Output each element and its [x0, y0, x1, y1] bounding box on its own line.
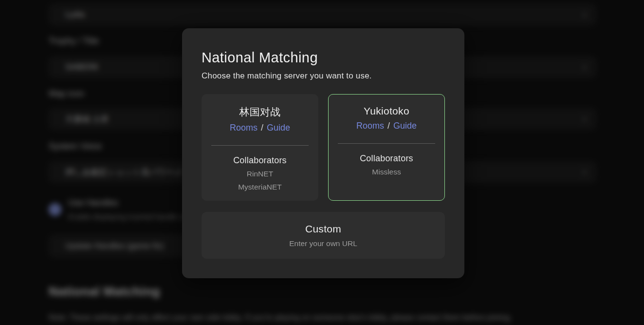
- card-divider: [211, 145, 309, 146]
- card-divider: [338, 143, 435, 144]
- link-separator: /: [260, 123, 264, 133]
- server-links: Rooms / Guide: [202, 123, 318, 133]
- link-separator: /: [386, 121, 391, 131]
- rooms-link[interactable]: Rooms: [356, 121, 384, 131]
- collaborators-label: Collaborators: [329, 153, 444, 164]
- server-name: 林国对战: [202, 105, 318, 119]
- custom-card-title: Custom: [305, 223, 341, 235]
- rooms-link[interactable]: Rooms: [230, 123, 258, 133]
- custom-server-card[interactable]: Custom Enter your own URL: [202, 212, 445, 259]
- app-window: Lydia › Trophy / Title SABER8 › Map icon…: [0, 0, 644, 325]
- guide-link[interactable]: Guide: [267, 123, 290, 133]
- custom-card-subtitle: Enter your own URL: [289, 239, 357, 248]
- server-card-yukiotoko-selected[interactable]: Yukiotoko Rooms / Guide Collaborators Mi…: [328, 94, 445, 201]
- server-cards: 林国对战 Rooms / Guide Collaborators RinNET …: [202, 94, 445, 201]
- server-card-linguo[interactable]: 林国对战 Rooms / Guide Collaborators RinNET …: [202, 94, 318, 201]
- collaborator-name: Missless: [329, 167, 444, 177]
- modal-title: National Matching: [202, 50, 445, 66]
- server-links: Rooms / Guide: [329, 121, 444, 131]
- collaborators-label: Collaborators: [202, 155, 318, 166]
- national-matching-modal: National Matching Choose the matching se…: [182, 28, 464, 278]
- server-name: Yukiotoko: [329, 105, 444, 117]
- collaborator-name: RinNET: [202, 169, 318, 179]
- modal-subtitle: Choose the matching server you want to u…: [202, 71, 445, 81]
- guide-link[interactable]: Guide: [393, 121, 417, 131]
- collaborator-name: MysteriaNET: [202, 182, 318, 192]
